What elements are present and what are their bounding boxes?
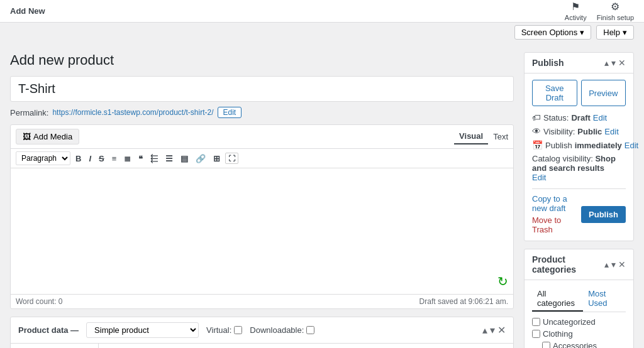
activity-icon: ⚑ xyxy=(571,1,580,13)
finish-setup-btn[interactable]: ⚙ Finish setup xyxy=(597,1,634,21)
draft-saved: Draft saved at 9:06:21 am. xyxy=(419,297,508,306)
visibility-value: Public xyxy=(577,127,602,136)
screen-options-btn[interactable]: Screen Options ▾ xyxy=(514,25,592,40)
copy-draft-link[interactable]: Copy to a new draft xyxy=(532,194,581,213)
fullscreen-btn[interactable]: ⛶ xyxy=(225,153,238,164)
strikethrough-btn[interactable]: S xyxy=(96,153,107,165)
publish-btn[interactable]: Publish xyxy=(581,206,626,223)
collapse-up-btn[interactable]: ▴ xyxy=(482,324,487,336)
insert-btn[interactable]: ⊞ xyxy=(211,153,223,165)
cat-close[interactable]: ✕ xyxy=(618,259,626,269)
most-used-tab[interactable]: Most Used xyxy=(583,286,626,312)
add-new-label[interactable]: Add New xyxy=(10,6,45,16)
content-column: Add new product Permalink: https://formi… xyxy=(10,52,514,348)
unordered-list-btn[interactable]: ≡ xyxy=(109,153,119,165)
permalink-edit-btn[interactable]: Edit xyxy=(218,107,242,118)
visibility-edit-link[interactable]: Edit xyxy=(604,127,618,136)
publish-box-body: Save Draft Preview 🏷 Status: Draft Edit … xyxy=(525,73,633,241)
publish-time-row: 📅 Publish immediately Edit xyxy=(532,140,626,150)
resize-btn[interactable]: ↻ xyxy=(497,274,508,289)
product-data-tabs: ⚙ General ◈ Inventory 📦 Shipping 🔗 Linke… xyxy=(11,344,99,348)
downloadable-label: Downloadable: xyxy=(250,325,304,335)
editor-wrap: 🖼 Add Media Visual Text Paragraph B I S … xyxy=(10,124,514,309)
publish-when: immediately xyxy=(575,141,622,150)
calendar-icon: 📅 xyxy=(532,140,543,150)
publish-collapse-down[interactable]: ▾ xyxy=(611,58,616,68)
close-btn[interactable]: ✕ xyxy=(497,324,506,336)
publish-time-edit-link[interactable]: Edit xyxy=(625,141,638,150)
product-type-select[interactable]: Simple product Grouped product External/… xyxy=(86,322,199,338)
link-btn[interactable]: 🔗 xyxy=(193,153,208,165)
cat-clothing[interactable]: Clothing xyxy=(532,329,626,339)
permalink-row: Permalink: https://formicle.s1-tastewp.c… xyxy=(10,107,514,118)
align-left-btn[interactable]: ⬱ xyxy=(148,152,160,165)
main-wrap: Add new product Permalink: https://formi… xyxy=(0,42,644,348)
visual-tab[interactable]: Visual xyxy=(454,129,488,144)
cat-clothing-checkbox[interactable] xyxy=(532,330,540,338)
save-draft-btn[interactable]: Save Draft xyxy=(532,80,577,106)
help-btn[interactable]: Help ▾ xyxy=(596,25,634,40)
add-media-btn[interactable]: 🖼 Add Media xyxy=(16,129,79,144)
category-tabs: All categories Most Used xyxy=(532,286,626,312)
text-tab[interactable]: Text xyxy=(488,129,513,144)
catalog-visibility-row: Catalog visibility: Shop and search resu… xyxy=(532,154,626,182)
permalink-link[interactable]: https://formicle.s1-tastewp.com/product/… xyxy=(52,108,213,117)
blockquote-btn[interactable]: ❝ xyxy=(136,153,145,165)
activity-btn[interactable]: ⚑ Activity xyxy=(565,1,587,21)
publish-box-title: Publish xyxy=(532,58,564,68)
chevron-down-icon-help: ▾ xyxy=(623,28,627,37)
permalink-label: Permalink: xyxy=(10,108,48,117)
ordered-list-btn[interactable]: ≣ xyxy=(121,153,133,165)
categories-box: Product categories ▴ ▾ ✕ All categories … xyxy=(524,249,634,348)
cat-collapse-up[interactable]: ▴ xyxy=(604,259,609,269)
catalog-edit-link[interactable]: Edit xyxy=(532,173,546,182)
categories-body: All categories Most Used Uncategorized C… xyxy=(525,280,633,348)
visibility-label: Visibility: xyxy=(543,127,575,136)
editor-body[interactable]: ↻ xyxy=(11,168,513,294)
editor-footer: Word count: 0 Draft saved at 9:06:21 am. xyxy=(11,294,513,308)
align-center-btn[interactable]: ☰ xyxy=(163,153,175,165)
collapse-down-btn[interactable]: ▾ xyxy=(490,324,495,336)
virtual-row: Virtual: xyxy=(206,325,242,335)
add-media-icon: 🖼 xyxy=(23,132,31,141)
product-data-body: ⚙ General ◈ Inventory 📦 Shipping 🔗 Linke… xyxy=(11,344,513,348)
categories-header: Product categories ▴ ▾ ✕ xyxy=(525,249,633,280)
visibility-icon: 👁 xyxy=(532,126,541,136)
status-value: Draft xyxy=(571,113,590,122)
bold-btn[interactable]: B xyxy=(73,153,84,165)
options-bar: Screen Options ▾ Help ▾ xyxy=(0,23,644,42)
visibility-row: 👁 Visibility: Public Edit xyxy=(532,126,626,136)
move-trash-link[interactable]: Move to Trash xyxy=(532,215,561,234)
categories-controls: ▴ ▾ ✕ xyxy=(604,259,626,269)
publish-close[interactable]: ✕ xyxy=(618,58,626,68)
categories-title: Product categories xyxy=(532,254,604,275)
virtual-checkbox[interactable] xyxy=(234,326,242,334)
product-title-input[interactable] xyxy=(10,76,514,102)
cat-collapse-down[interactable]: ▾ xyxy=(611,259,616,269)
product-data-label: Product data — xyxy=(18,325,79,335)
publish-box: Publish ▴ ▾ ✕ Save Draft Preview 🏷 Statu… xyxy=(524,52,634,241)
publish-collapse-up[interactable]: ▴ xyxy=(604,58,609,68)
finish-setup-icon: ⚙ xyxy=(611,1,619,13)
downloadable-row: Downloadable: xyxy=(250,325,314,335)
editor-toolbar: Paragraph B I S ≡ ≣ ❝ ⬱ ☰ ▤ 🔗 ⊞ ⛶ xyxy=(11,149,513,168)
cat-accessories-checkbox[interactable] xyxy=(542,342,550,348)
publish-label: Publish xyxy=(545,141,572,150)
preview-btn[interactable]: Preview xyxy=(581,80,626,106)
all-categories-tab[interactable]: All categories xyxy=(532,286,583,312)
cat-accessories[interactable]: Accessories xyxy=(532,341,626,348)
sidebar-column: Publish ▴ ▾ ✕ Save Draft Preview 🏷 Statu… xyxy=(524,52,634,348)
downloadable-checkbox[interactable] xyxy=(306,326,314,334)
status-edit-link[interactable]: Edit xyxy=(593,113,607,122)
editor-tabs: Visual Text xyxy=(454,129,513,144)
chevron-down-icon: ▾ xyxy=(580,28,584,37)
publish-footer-left: Copy to a new draft Move to Trash xyxy=(532,194,581,234)
cat-uncategorized[interactable]: Uncategorized xyxy=(532,317,626,327)
paragraph-select[interactable]: Paragraph xyxy=(16,151,70,165)
category-list: Uncategorized Clothing Accessories Hoodi… xyxy=(532,317,626,348)
cat-uncategorized-checkbox[interactable] xyxy=(532,318,540,326)
italic-btn[interactable]: I xyxy=(86,153,94,165)
catalog-label: Catalog visibility: xyxy=(532,154,593,163)
virtual-label: Virtual: xyxy=(206,325,231,335)
align-right-btn[interactable]: ▤ xyxy=(178,153,191,165)
